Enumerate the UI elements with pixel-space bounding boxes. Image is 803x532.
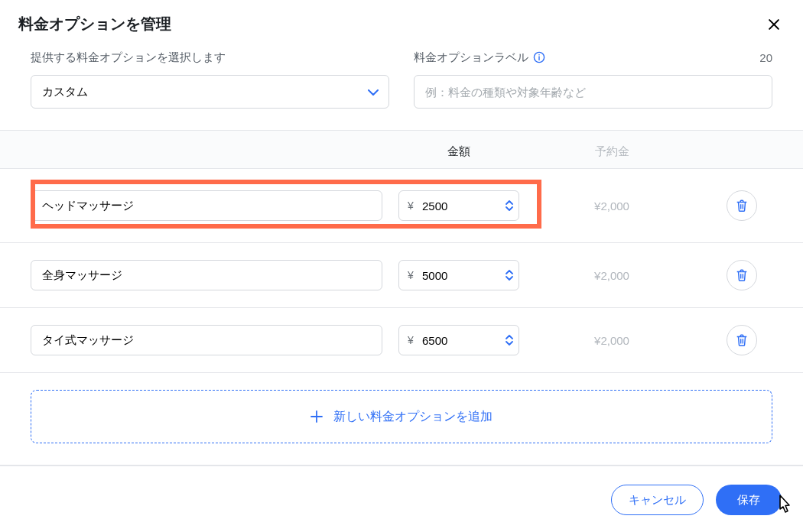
trash-icon bbox=[735, 333, 749, 347]
save-button[interactable]: 保存 bbox=[716, 485, 782, 515]
step-down-button[interactable] bbox=[506, 341, 513, 345]
dialog-header: 料金オプションを管理 bbox=[0, 0, 803, 35]
row-name-input[interactable] bbox=[31, 190, 382, 221]
delete-row-button[interactable] bbox=[727, 190, 757, 221]
select-label: 提供する料金オプションを選択します bbox=[31, 50, 226, 65]
char-counter: 20 bbox=[759, 51, 772, 64]
step-up-button[interactable] bbox=[506, 335, 513, 339]
cancel-button[interactable]: キャンセル bbox=[611, 485, 704, 515]
info-icon[interactable] bbox=[533, 51, 545, 63]
option-label-input[interactable] bbox=[414, 75, 772, 109]
currency-symbol: ¥ bbox=[408, 269, 414, 281]
close-button[interactable] bbox=[763, 14, 785, 35]
table-row: ¥ ¥2,000 bbox=[0, 307, 803, 372]
amount-stepper bbox=[506, 270, 513, 281]
row-deposit: ¥2,000 bbox=[535, 200, 688, 212]
add-option-label: 新しい料金オプションを追加 bbox=[333, 409, 493, 425]
currency-symbol: ¥ bbox=[408, 200, 414, 212]
add-row-section: 新しい料金オプションを追加 bbox=[0, 372, 803, 465]
step-up-button[interactable] bbox=[506, 270, 513, 274]
step-down-button[interactable] bbox=[506, 206, 513, 211]
add-option-button[interactable]: 新しい料金オプションを追加 bbox=[31, 390, 772, 443]
currency-symbol: ¥ bbox=[408, 334, 414, 346]
chevron-down-icon bbox=[506, 276, 513, 281]
table-row: ¥ ¥2,000 bbox=[0, 168, 803, 242]
close-icon bbox=[766, 17, 782, 32]
trash-icon bbox=[735, 199, 749, 212]
chevron-up-icon bbox=[506, 270, 513, 274]
col-deposit: 予約金 bbox=[535, 144, 688, 159]
row-amount-input[interactable] bbox=[398, 325, 519, 355]
row-amount-input[interactable] bbox=[398, 260, 519, 290]
table-row: ¥ ¥2,000 bbox=[0, 242, 803, 307]
select-value: カスタム bbox=[42, 85, 88, 98]
row-deposit: ¥2,000 bbox=[535, 269, 688, 282]
label-column: 料金オプションラベル 20 bbox=[414, 49, 772, 109]
amount-wrap: ¥ bbox=[398, 190, 519, 221]
row-name-input[interactable] bbox=[31, 260, 382, 290]
option-type-select[interactable]: カスタム bbox=[31, 75, 389, 109]
chevron-down-icon bbox=[506, 206, 513, 211]
delete-row-button[interactable] bbox=[727, 260, 757, 290]
delete-row-button[interactable] bbox=[727, 325, 757, 355]
amount-wrap: ¥ bbox=[398, 260, 519, 290]
top-controls: 提供する料金オプションを選択します カスタム 料金オプションラベル bbox=[0, 35, 803, 130]
option-type-select-wrap: カスタム bbox=[31, 75, 389, 109]
chevron-up-icon bbox=[506, 335, 513, 339]
dialog-title: 料金オプションを管理 bbox=[18, 14, 171, 34]
row-amount-input[interactable] bbox=[398, 190, 519, 221]
chevron-down-icon bbox=[506, 341, 513, 345]
text-label: 料金オプションラベル bbox=[414, 50, 545, 65]
dialog-footer: キャンセル 保存 bbox=[0, 466, 803, 515]
chevron-up-icon bbox=[506, 200, 513, 205]
step-up-button[interactable] bbox=[506, 200, 513, 205]
row-deposit: ¥2,000 bbox=[535, 334, 688, 347]
amount-stepper bbox=[506, 200, 513, 211]
amount-wrap: ¥ bbox=[398, 325, 519, 355]
step-down-button[interactable] bbox=[506, 276, 513, 281]
select-column: 提供する料金オプションを選択します カスタム bbox=[31, 49, 389, 109]
plus-icon bbox=[310, 410, 323, 423]
col-amount: 金額 bbox=[382, 144, 535, 159]
amount-stepper bbox=[506, 335, 513, 345]
row-name-input[interactable] bbox=[31, 325, 382, 355]
pricing-table: 金額 予約金 ¥ ¥2,000 bbox=[0, 130, 803, 466]
manage-pricing-dialog: 料金オプションを管理 提供する料金オプションを選択します カスタム 料金オプショ… bbox=[0, 0, 803, 515]
svg-point-4 bbox=[538, 54, 540, 56]
table-header: 金額 予約金 bbox=[0, 131, 803, 168]
trash-icon bbox=[735, 268, 749, 282]
